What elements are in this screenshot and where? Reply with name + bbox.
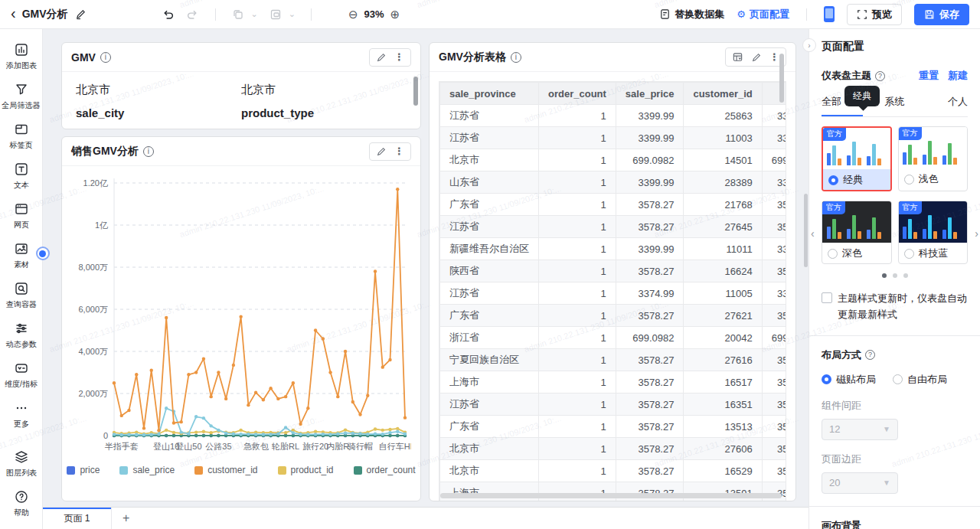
table-horizontal-scrollbar[interactable] bbox=[440, 493, 782, 498]
theme-tab-个人[interactable]: 个人 bbox=[926, 95, 968, 116]
panel-collapse-icon[interactable]: › bbox=[802, 38, 816, 52]
gmv-scrollbar[interactable] bbox=[413, 77, 418, 106]
help-icon[interactable]: ? bbox=[875, 71, 885, 81]
table-row[interactable]: 广东省13578.27217683578.27001953125 bbox=[440, 194, 787, 216]
edit-icon[interactable] bbox=[376, 146, 387, 157]
undo-icon[interactable] bbox=[162, 8, 175, 21]
theme-create-link[interactable]: 新建 bbox=[948, 69, 968, 83]
chevron-left-icon[interactable]: ‹ bbox=[811, 227, 815, 240]
back-icon[interactable]: ‹ bbox=[11, 5, 16, 21]
column-header[interactable]: order_count bbox=[539, 83, 616, 105]
theme-card-浅色[interactable]: 浅色官方 bbox=[898, 126, 969, 191]
zoom-in-icon[interactable]: ⊕ bbox=[390, 8, 400, 21]
replace-dataset-button[interactable]: 替换数据集 bbox=[659, 8, 724, 21]
sidebar-item-layers[interactable]: 图层列表 bbox=[0, 444, 43, 484]
kebab-menu-icon[interactable]: ⋮ bbox=[769, 52, 779, 62]
kebab-menu-icon[interactable]: ⋮ bbox=[394, 52, 404, 62]
canvas-scrollbar[interactable] bbox=[804, 194, 808, 267]
legend-item-product_id[interactable]: product_id bbox=[278, 465, 334, 475]
radio-icon bbox=[893, 374, 903, 384]
save-button[interactable]: 保存 bbox=[914, 4, 969, 25]
theme-card-经典[interactable]: 经典官方 bbox=[822, 126, 892, 191]
add-page-icon[interactable]: + bbox=[122, 511, 129, 525]
sidebar-item-chart[interactable]: 添加图表 bbox=[0, 37, 43, 77]
group-copy-icon[interactable] bbox=[231, 8, 245, 21]
table-row[interactable]: 江苏省13578.27163513578.27001953125 bbox=[440, 393, 787, 416]
legend-item-order_count[interactable]: order_count bbox=[354, 465, 416, 475]
edit-icon[interactable] bbox=[376, 52, 387, 63]
gmv-table-widget[interactable]: GMV分析表格 i ⋮ sale_provinceorder_countsale… bbox=[429, 42, 796, 501]
legend-label: order_count bbox=[367, 465, 416, 475]
table-row[interactable]: 北京市13578.27165293578.27001953125 bbox=[440, 460, 787, 482]
pagination-dot[interactable] bbox=[903, 273, 908, 278]
table-detail-icon[interactable] bbox=[732, 51, 743, 63]
edit-title-icon[interactable] bbox=[74, 8, 88, 21]
page-tab-1[interactable]: 页面 1 bbox=[43, 508, 112, 529]
column-header[interactable]: sale_price bbox=[616, 83, 684, 105]
table-cell: 3578.27 bbox=[616, 194, 684, 216]
table-cell: 3578.27 bbox=[616, 216, 684, 238]
pagination-dot[interactable] bbox=[893, 273, 897, 278]
layout-option-grid[interactable]: 磁贴布局 bbox=[822, 373, 876, 387]
sidebar-item-params[interactable]: 动态参数 bbox=[0, 315, 43, 355]
sidebar-item-text[interactable]: 文本 bbox=[0, 156, 43, 196]
topbar: ‹ GMV分析 ⌄ ⌄ ⊖ 93% ⊕ 替换数据集 bbox=[0, 0, 980, 29]
widget-title: GMV bbox=[71, 51, 96, 64]
mobile-layout-icon[interactable] bbox=[824, 6, 835, 22]
table-row[interactable]: 江苏省13374.99110053374.98999023437 bbox=[440, 282, 787, 305]
page-margin-select[interactable]: 20 ▼ bbox=[822, 472, 898, 494]
edit-icon[interactable] bbox=[751, 52, 762, 63]
table-row[interactable]: 新疆维吾尔自治区13399.99110113399.98999023437 bbox=[440, 238, 787, 260]
table-row[interactable]: 北京市1699.098214501699.0982055664062 bbox=[440, 149, 787, 171]
table-row[interactable]: 江苏省13399.99258633399.98999023437 bbox=[440, 105, 787, 127]
dashboard-canvas[interactable]: GMV i ⋮ 北京市sale_city北京市product_type 销售GM… bbox=[43, 29, 808, 507]
table-row[interactable]: 宁夏回族自治区13578.27276163578.27001953125 bbox=[440, 349, 787, 371]
sidebar-item-dimension[interactable]: 维度/指标 bbox=[0, 355, 43, 395]
table-row[interactable]: 江苏省13578.27276453578.27001953125 bbox=[440, 216, 787, 238]
chevron-down-icon[interactable]: ⌄ bbox=[289, 9, 296, 19]
sidebar-item-filter[interactable]: 全局筛选器 bbox=[0, 77, 43, 116]
theme-tab-系统[interactable]: 系统 bbox=[874, 95, 915, 116]
table-cell: 江苏省 bbox=[440, 216, 539, 238]
table-row[interactable]: 浙江省1699.098220042699.0982055664062 bbox=[440, 327, 787, 349]
pagination-dot[interactable] bbox=[882, 273, 887, 278]
theme-card-深色[interactable]: 深色官方 bbox=[822, 201, 892, 264]
table-row[interactable]: 山东省13399.99283893399.98999023437 bbox=[440, 171, 787, 194]
table-row[interactable]: 江苏省13399.99110033399.98999023437 bbox=[440, 127, 787, 149]
layout-option-free[interactable]: 自由布局 bbox=[893, 373, 947, 387]
redo-icon[interactable] bbox=[186, 8, 200, 21]
zoom-out-icon[interactable]: ⊖ bbox=[348, 8, 358, 21]
legend-item-sale_price[interactable]: sale_price bbox=[119, 465, 175, 475]
table-row[interactable]: 上海市13578.27165173578.27001953125 bbox=[440, 371, 787, 393]
table-row[interactable]: 广东省13578.27135133578.27001953125 bbox=[440, 416, 787, 438]
legend-item-price[interactable]: price bbox=[67, 465, 100, 475]
table-row[interactable]: 陕西省13578.27166243578.27001953125 bbox=[440, 260, 787, 282]
sidebar-item-web[interactable]: 网页 bbox=[0, 196, 43, 236]
chevron-right-icon[interactable]: › bbox=[975, 227, 978, 240]
preview-button[interactable]: 预览 bbox=[847, 4, 902, 25]
table-row[interactable]: 北京市13578.27276063578.27001953125 bbox=[440, 438, 787, 460]
beacon-dot-icon[interactable] bbox=[36, 247, 50, 260]
component-gap-select[interactable]: 12 ▼ bbox=[822, 419, 898, 440]
table-row[interactable]: 上海市13578.27135913578.27001953125 bbox=[440, 482, 787, 502]
sidebar-item-tab[interactable]: 标签页 bbox=[0, 116, 43, 156]
chevron-down-icon[interactable]: ⌄ bbox=[251, 9, 258, 19]
legend-item-customer_id[interactable]: customer_id bbox=[194, 465, 257, 475]
auto-update-checkbox[interactable] bbox=[822, 292, 832, 303]
column-header[interactable]: sale_province bbox=[440, 83, 539, 105]
insert-board-icon[interactable] bbox=[269, 8, 283, 21]
table-row[interactable]: 广东省13578.27276213578.27001953125 bbox=[440, 305, 787, 327]
table-vertical-scrollbar[interactable] bbox=[779, 54, 784, 103]
theme-card-科技蓝[interactable]: 科技蓝官方 bbox=[898, 201, 969, 264]
sidebar-item-more[interactable]: 更多 bbox=[0, 395, 43, 435]
sidebar-item-help[interactable]: 帮助 bbox=[0, 484, 43, 524]
column-header[interactable]: customer_id bbox=[684, 83, 762, 105]
sidebar-item-query[interactable]: 查询容器 bbox=[0, 276, 43, 315]
help-icon[interactable]: ? bbox=[865, 350, 875, 360]
page-config-button[interactable]: ⚙ 页面配置 bbox=[737, 8, 789, 21]
sidebar-item-media[interactable]: 素材 bbox=[0, 236, 43, 276]
gmv-widget[interactable]: GMV i ⋮ 北京市sale_city北京市product_type bbox=[61, 42, 421, 129]
sales-gmv-chart-widget[interactable]: 销售GMV分析 i ⋮ 02,000万4,000万6,000万8,000万1亿1… bbox=[61, 136, 421, 501]
theme-reset-link[interactable]: 重置 bbox=[919, 69, 939, 83]
kebab-menu-icon[interactable]: ⋮ bbox=[394, 146, 404, 156]
